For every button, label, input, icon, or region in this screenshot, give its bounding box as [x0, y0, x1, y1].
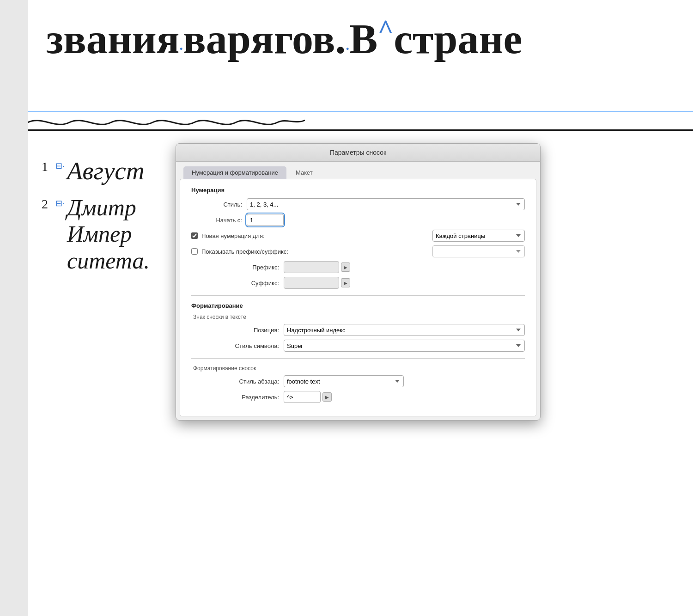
position-row: Позиция: Надстрочный индекс [191, 324, 525, 336]
text-varjagov: варягов. [183, 15, 346, 62]
text-v: В [349, 15, 377, 62]
suffix-arrow-btn[interactable]: ▶ [341, 278, 350, 287]
start-input[interactable] [247, 214, 284, 226]
position-select[interactable]: Надстрочный индекс [284, 324, 525, 336]
divider-section [28, 111, 693, 143]
prefix-suffix-label: Показывать префикс/суффикс: [201, 248, 429, 255]
caret-marker: ^ [377, 14, 394, 44]
prefix-suffix-select[interactable] [432, 245, 525, 257]
footnote-options-dialog: Параметры сносок Нумерация и форматирова… [176, 143, 541, 421]
dialog-title: Параметры сносок [330, 149, 386, 156]
style-select[interactable]: 1, 2, 3, 4... [247, 198, 525, 210]
separator-label: Разделитель: [191, 394, 284, 401]
restart-row: Новая нумерация для: Каждой страницы [191, 230, 525, 242]
dialog-tabs: Нумерация и форматирование Макет [176, 162, 540, 179]
footnote-2-number: 2 [42, 197, 55, 212]
separator-input[interactable] [284, 391, 321, 403]
footnote-2-content: Дмитр Импер ситета. [67, 195, 150, 274]
space-dot-2: · [346, 41, 349, 56]
separator-row: Разделитель: ▶ [191, 391, 525, 403]
restart-checkbox[interactable] [191, 232, 198, 239]
text-line-part1: звания [46, 15, 179, 62]
char-style-row: Стиль символа: Super [191, 340, 525, 352]
footnote-mark-title: Знак сноски в тексте [191, 314, 525, 320]
para-style-row: Стиль абзаца: footnote text [191, 375, 525, 387]
prefix-row: Префикс: ▶ [191, 261, 525, 273]
squiggle-decoration [28, 113, 305, 129]
prefix-input[interactable] [284, 261, 339, 273]
footnote-2-line1: Дмитр [67, 195, 150, 221]
char-style-select[interactable]: Super [284, 340, 525, 352]
dialog-body: Нумерация Стиль: 1, 2, 3, 4... Начать с:… [180, 179, 536, 416]
char-style-label: Стиль символа: [191, 342, 284, 349]
start-row: Начать с: [191, 214, 525, 226]
restart-select[interactable]: Каждой страницы [432, 230, 525, 242]
prefix-label: Префикс: [191, 264, 284, 271]
tab-layout[interactable]: Макет [287, 166, 321, 179]
para-style-label: Стиль абзаца: [191, 378, 284, 385]
style-row: Стиль: 1, 2, 3, 4... [191, 198, 525, 210]
suffix-label: Суффикс: [191, 280, 284, 287]
suffix-row: Суффикс: ▶ [191, 277, 525, 289]
dialog-titlebar: Параметры сносок [176, 144, 540, 162]
text-strane: стране [394, 15, 522, 62]
footnote-format-title: Форматирование сносок [191, 365, 525, 372]
style-label: Стиль: [191, 201, 247, 208]
suffix-input[interactable] [284, 277, 339, 289]
footnote-2-line3: ситета. [67, 248, 150, 274]
position-label: Позиция: [191, 327, 284, 334]
separator-arrow-btn[interactable]: ▶ [322, 392, 332, 402]
restart-label: Новая нумерация для: [201, 232, 429, 239]
top-rule [28, 111, 693, 112]
space-dot-1: · [179, 41, 183, 56]
prefix-arrow-btn[interactable]: ▶ [341, 262, 350, 272]
divider-1 [191, 295, 525, 296]
numbering-section-title: Нумерация [191, 187, 525, 194]
footnote-2-line2: Импер [67, 221, 150, 248]
footnote-1-text: Август [67, 157, 144, 185]
main-text: звания·варягов.·В^стране [46, 9, 675, 62]
prefix-suffix-row: Показывать префикс/суффикс: [191, 245, 525, 257]
para-style-select[interactable]: footnote text [284, 375, 404, 387]
formatting-section-title: Форматирование [191, 302, 525, 309]
footnote-1-number: 1 [42, 159, 55, 174]
start-label: Начать с: [191, 217, 247, 224]
bottom-rule [28, 129, 693, 131]
footnote-2-marker: ⊟· [55, 198, 65, 208]
prefix-suffix-checkbox[interactable] [191, 248, 198, 255]
tab-numbering[interactable]: Нумерация и форматирование [183, 166, 286, 179]
divider-2 [191, 358, 525, 359]
footnote-1-marker: ⊟· [55, 161, 65, 171]
